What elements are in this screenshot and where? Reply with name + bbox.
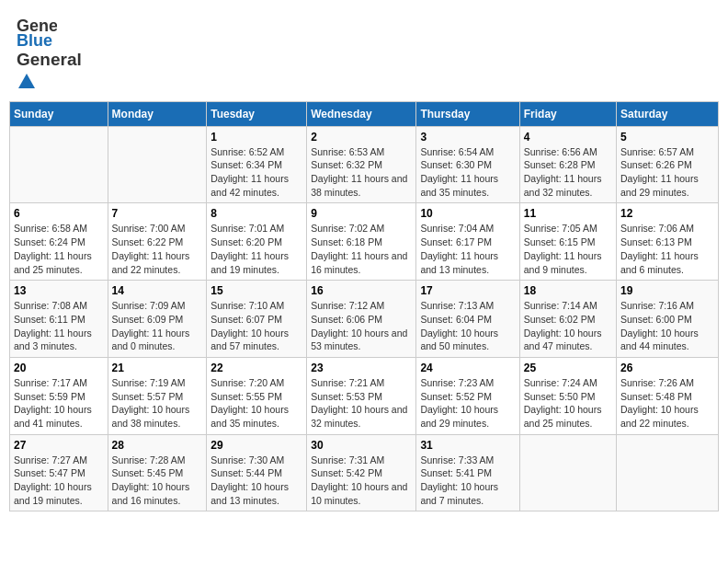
day-header-sunday: Sunday (10, 101, 108, 126)
calendar-cell: 16Sunrise: 7:12 AMSunset: 6:06 PMDayligh… (307, 281, 416, 358)
week-row-3: 13Sunrise: 7:08 AMSunset: 6:11 PMDayligh… (10, 281, 719, 358)
day-number: 7 (112, 207, 203, 220)
day-info: Sunrise: 7:10 AMSunset: 6:07 PMDaylight:… (210, 299, 302, 353)
day-info: Sunrise: 7:01 AMSunset: 6:20 PMDaylight:… (210, 222, 302, 276)
day-number: 14 (112, 284, 203, 297)
day-info: Sunrise: 7:21 AMSunset: 5:53 PMDaylight:… (311, 376, 412, 431)
week-row-5: 27Sunrise: 7:27 AMSunset: 5:47 PMDayligh… (10, 434, 719, 511)
day-info: Sunrise: 7:00 AMSunset: 6:22 PMDaylight:… (112, 222, 203, 276)
day-number: 8 (210, 207, 302, 220)
day-info: Sunrise: 7:27 AMSunset: 5:47 PMDaylight:… (14, 454, 104, 508)
calendar-cell: 4Sunrise: 6:56 AMSunset: 6:28 PMDaylight… (519, 126, 616, 203)
day-number: 5 (620, 131, 714, 144)
calendar-cell: 10Sunrise: 7:04 AMSunset: 6:17 PMDayligh… (416, 203, 519, 281)
svg-text:Blue: Blue (17, 31, 52, 50)
day-number: 16 (311, 284, 412, 297)
calendar-cell: 1Sunrise: 6:52 AMSunset: 6:34 PMDaylight… (207, 126, 307, 203)
logo-line1: General (17, 50, 99, 90)
calendar-cell: 14Sunrise: 7:09 AMSunset: 6:09 PMDayligh… (108, 281, 207, 358)
day-number: 27 (14, 439, 104, 452)
day-number: 25 (524, 362, 612, 374)
calendar-cell: 8Sunrise: 7:01 AMSunset: 6:20 PMDaylight… (207, 203, 307, 281)
calendar-cell (617, 434, 719, 511)
day-info: Sunrise: 7:17 AMSunset: 5:59 PMDaylight:… (14, 376, 104, 431)
calendar-cell (10, 126, 108, 203)
day-info: Sunrise: 6:56 AMSunset: 6:28 PMDaylight:… (524, 145, 612, 200)
calendar-cell: 23Sunrise: 7:21 AMSunset: 5:53 PMDayligh… (307, 357, 416, 434)
day-info: Sunrise: 6:54 AMSunset: 6:30 PMDaylight:… (420, 145, 515, 200)
calendar-cell: 22Sunrise: 7:20 AMSunset: 5:55 PMDayligh… (207, 357, 307, 434)
day-info: Sunrise: 7:24 AMSunset: 5:50 PMDaylight:… (524, 376, 612, 431)
day-number: 20 (14, 362, 104, 374)
logo-triangle (18, 74, 35, 88)
day-number: 21 (112, 362, 203, 374)
day-number: 3 (420, 131, 515, 144)
day-info: Sunrise: 7:28 AMSunset: 5:45 PMDaylight:… (112, 454, 203, 508)
day-info: Sunrise: 7:31 AMSunset: 5:42 PMDaylight:… (311, 454, 412, 508)
day-info: Sunrise: 7:16 AMSunset: 6:00 PMDaylight:… (620, 299, 714, 353)
calendar-cell: 21Sunrise: 7:19 AMSunset: 5:57 PMDayligh… (108, 357, 207, 434)
day-info: Sunrise: 7:08 AMSunset: 6:11 PMDaylight:… (14, 299, 104, 353)
svg-marker-3 (18, 74, 35, 88)
day-number: 19 (620, 284, 714, 297)
calendar-cell: 18Sunrise: 7:14 AMSunset: 6:02 PMDayligh… (519, 281, 616, 358)
day-number: 2 (311, 131, 412, 144)
calendar-cell: 13Sunrise: 7:08 AMSunset: 6:11 PMDayligh… (10, 281, 108, 358)
day-number: 6 (14, 207, 104, 220)
calendar-cell: 7Sunrise: 7:00 AMSunset: 6:22 PMDaylight… (108, 203, 207, 281)
day-number: 15 (210, 284, 302, 297)
day-number: 17 (420, 284, 515, 297)
day-info: Sunrise: 6:58 AMSunset: 6:24 PMDaylight:… (14, 222, 104, 276)
calendar-cell: 9Sunrise: 7:02 AMSunset: 6:18 PMDaylight… (307, 203, 416, 281)
day-number: 26 (620, 362, 714, 374)
day-info: Sunrise: 7:12 AMSunset: 6:06 PMDaylight:… (311, 299, 412, 353)
day-number: 29 (210, 439, 302, 452)
day-number: 24 (420, 362, 515, 374)
day-info: Sunrise: 7:26 AMSunset: 5:48 PMDaylight:… (620, 376, 714, 431)
calendar-cell (108, 126, 207, 203)
day-number: 30 (311, 439, 412, 452)
week-row-1: 1Sunrise: 6:52 AMSunset: 6:34 PMDaylight… (10, 126, 719, 203)
day-info: Sunrise: 7:06 AMSunset: 6:13 PMDaylight:… (620, 222, 714, 276)
week-row-2: 6Sunrise: 6:58 AMSunset: 6:24 PMDaylight… (10, 203, 719, 281)
day-info: Sunrise: 7:30 AMSunset: 5:44 PMDaylight:… (210, 454, 302, 508)
day-number: 23 (311, 362, 412, 374)
day-info: Sunrise: 7:33 AMSunset: 5:41 PMDaylight:… (420, 454, 515, 508)
day-number: 11 (524, 207, 612, 220)
day-info: Sunrise: 7:23 AMSunset: 5:52 PMDaylight:… (420, 376, 515, 431)
calendar-cell: 6Sunrise: 6:58 AMSunset: 6:24 PMDaylight… (10, 203, 108, 281)
day-number: 12 (620, 207, 714, 220)
calendar-cell: 5Sunrise: 6:57 AMSunset: 6:26 PMDaylight… (617, 126, 719, 203)
day-number: 13 (14, 284, 104, 297)
calendar-cell: 19Sunrise: 7:16 AMSunset: 6:00 PMDayligh… (617, 281, 719, 358)
day-number: 10 (420, 207, 515, 220)
day-header-friday: Friday (519, 101, 616, 126)
day-number: 31 (420, 439, 515, 452)
calendar-cell: 30Sunrise: 7:31 AMSunset: 5:42 PMDayligh… (307, 434, 416, 511)
page-header: General Blue General (9, 9, 719, 94)
header-row: SundayMondayTuesdayWednesdayThursdayFrid… (10, 101, 719, 126)
day-number: 4 (524, 131, 612, 144)
day-header-monday: Monday (108, 101, 207, 126)
logo-icon: General Blue (17, 13, 57, 50)
week-row-4: 20Sunrise: 7:17 AMSunset: 5:59 PMDayligh… (10, 357, 719, 434)
day-header-wednesday: Wednesday (307, 101, 416, 126)
calendar-cell: 28Sunrise: 7:28 AMSunset: 5:45 PMDayligh… (108, 434, 207, 511)
calendar-cell (519, 434, 616, 511)
calendar-cell: 31Sunrise: 7:33 AMSunset: 5:41 PMDayligh… (416, 434, 519, 511)
calendar-cell: 12Sunrise: 7:06 AMSunset: 6:13 PMDayligh… (617, 203, 719, 281)
day-number: 22 (210, 362, 302, 374)
day-header-tuesday: Tuesday (207, 101, 307, 126)
calendar-cell: 3Sunrise: 6:54 AMSunset: 6:30 PMDaylight… (416, 126, 519, 203)
day-info: Sunrise: 7:20 AMSunset: 5:55 PMDaylight:… (210, 376, 302, 431)
day-info: Sunrise: 7:14 AMSunset: 6:02 PMDaylight:… (524, 299, 612, 353)
calendar-cell: 29Sunrise: 7:30 AMSunset: 5:44 PMDayligh… (207, 434, 307, 511)
calendar-cell: 11Sunrise: 7:05 AMSunset: 6:15 PMDayligh… (519, 203, 616, 281)
day-number: 28 (112, 439, 203, 452)
day-info: Sunrise: 6:53 AMSunset: 6:32 PMDaylight:… (311, 145, 412, 200)
day-info: Sunrise: 7:04 AMSunset: 6:17 PMDaylight:… (420, 222, 515, 276)
day-info: Sunrise: 7:19 AMSunset: 5:57 PMDaylight:… (112, 376, 203, 431)
day-header-thursday: Thursday (416, 101, 519, 126)
day-header-saturday: Saturday (617, 101, 719, 126)
day-info: Sunrise: 7:13 AMSunset: 6:04 PMDaylight:… (420, 299, 515, 353)
